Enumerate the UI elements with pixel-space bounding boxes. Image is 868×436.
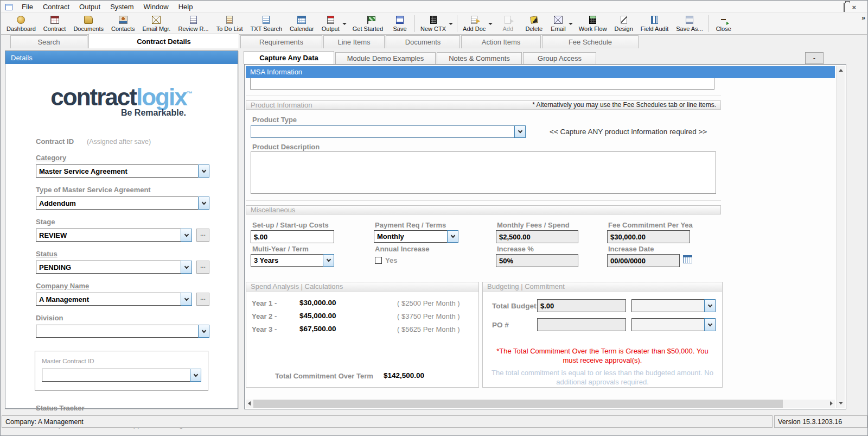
date-picker-calendar-icon[interactable]: [683, 255, 692, 263]
scroll-right-icon[interactable]: [830, 401, 833, 406]
spend-analysis-header: Spend Analysis | Calculations: [246, 282, 478, 292]
dashboard-icon: [17, 16, 25, 24]
monthly-fees-input[interactable]: $2,500.00: [496, 230, 578, 243]
horizontal-scrollbar[interactable]: [246, 400, 835, 408]
delete-eraser-icon: [530, 16, 538, 24]
tab-group-access[interactable]: Group Access: [523, 52, 596, 64]
dropdown-button[interactable]: [447, 230, 458, 243]
dropdown-button[interactable]: [198, 197, 209, 210]
dropdown-arrow-icon[interactable]: [342, 23, 347, 25]
menu-output[interactable]: Output: [74, 2, 105, 12]
menu-window[interactable]: Window: [138, 2, 173, 12]
section-divider: [246, 200, 721, 201]
scrollbar-thumb[interactable]: [253, 400, 783, 408]
documents-icon: [84, 16, 93, 24]
menu-contract[interactable]: Contract: [38, 2, 74, 12]
tab-contract-details[interactable]: Contract Details: [88, 34, 239, 48]
msa-information-header[interactable]: MSA Information: [246, 66, 835, 78]
division-select[interactable]: [36, 325, 209, 338]
toolbar-save-as-button[interactable]: Save As...: [672, 14, 707, 34]
tab-notes-comments[interactable]: Notes & Comments: [437, 52, 522, 64]
dropdown-button[interactable]: [181, 229, 192, 242]
tab-module-demo-examples[interactable]: Module Demo Examples: [335, 52, 436, 64]
budget-period-select[interactable]: [631, 299, 716, 312]
tab-search[interactable]: Search: [10, 35, 87, 48]
stage-select[interactable]: REVIEW: [36, 229, 192, 242]
multi-year-term-select[interactable]: 3 Years: [251, 254, 334, 267]
tab-requirements[interactable]: Requirements: [240, 35, 322, 48]
toolbar-design-button[interactable]: Design: [611, 14, 637, 34]
toolbar-contacts-button[interactable]: Contacts: [107, 14, 138, 34]
dropdown-button[interactable]: [198, 325, 209, 338]
toolbar-field-audit-button[interactable]: Field Audit: [637, 14, 672, 34]
chevron-down-icon: [201, 328, 206, 332]
master-contract-id-select[interactable]: [42, 369, 201, 382]
menu-file[interactable]: File: [17, 2, 38, 12]
vertical-scrollbar[interactable]: [836, 66, 845, 408]
dropdown-button[interactable]: [190, 369, 201, 382]
toolbar-close-button[interactable]: Close: [711, 14, 737, 34]
dropdown-arrow-icon[interactable]: [449, 23, 453, 25]
tab-fee-schedule[interactable]: Fee Schedule: [542, 35, 639, 48]
dropdown-button[interactable]: [704, 318, 716, 331]
toolbar-output-button[interactable]: Output: [318, 14, 349, 34]
msa-type-select[interactable]: Addendum: [36, 197, 209, 210]
category-select[interactable]: Master Service Agreement: [36, 165, 209, 178]
tab-action-items[interactable]: Action Items: [461, 35, 541, 48]
toolbar-new-ctx-button[interactable]: New CTX: [417, 14, 455, 34]
toolbar-email-button[interactable]: Email: [547, 14, 575, 34]
menu-system[interactable]: System: [105, 2, 138, 12]
status-ellipsis-button[interactable]: ...: [196, 261, 209, 274]
scroll-up-icon[interactable]: [839, 69, 843, 72]
monthly-fees-label: Monthly Fees / Spend: [497, 221, 570, 229]
toolbar-delete-button[interactable]: Delete: [521, 14, 547, 34]
po-related-select[interactable]: [631, 318, 716, 331]
scroll-down-icon[interactable]: [839, 402, 843, 405]
product-type-select[interactable]: [251, 125, 526, 138]
toolbar-add-doc-button[interactable]: Add Doc: [459, 14, 495, 34]
toolbar-calendar-button[interactable]: Calendar: [286, 14, 318, 34]
menu-help[interactable]: Help: [174, 2, 198, 12]
dropdown-button[interactable]: [181, 261, 192, 274]
total-budget-input[interactable]: $.00: [537, 299, 626, 312]
toolbar-review-button[interactable]: Review R...: [174, 14, 212, 34]
collapse-panel-button[interactable]: -: [805, 52, 824, 64]
fee-commitment-input[interactable]: $30,000.00: [607, 230, 690, 243]
toolbar-email-mgr-button[interactable]: Email Mgr.: [138, 14, 174, 34]
dropdown-button[interactable]: [514, 125, 526, 138]
msa-partial-input[interactable]: [250, 78, 714, 90]
toolbar-txt-search-button[interactable]: TXT Search: [247, 14, 286, 34]
toolbar-contract-button[interactable]: Contract: [40, 14, 70, 34]
annual-increase-checkbox[interactable]: [375, 257, 382, 264]
tab-line-items[interactable]: Line Items: [323, 35, 385, 48]
toolbar-work-flow-button[interactable]: Work Flow: [575, 14, 611, 34]
toolbar-save-button[interactable]: Save: [387, 14, 413, 34]
setup-costs-input[interactable]: $.00: [251, 230, 334, 243]
increase-percent-input[interactable]: 50%: [496, 254, 578, 267]
product-description-textarea[interactable]: [251, 151, 716, 194]
tab-documents[interactable]: Documents: [386, 35, 460, 48]
increase-date-input[interactable]: 00/00/0000: [607, 254, 680, 267]
company-ellipsis-button[interactable]: ...: [196, 293, 209, 306]
scroll-left-icon[interactable]: [248, 401, 251, 406]
po-number-input[interactable]: [537, 318, 626, 331]
close-window-button[interactable]: ×: [852, 4, 856, 11]
toolbar-documents-button[interactable]: Documents: [69, 14, 107, 34]
stage-ellipsis-button[interactable]: ...: [196, 229, 209, 242]
dropdown-arrow-icon[interactable]: [488, 23, 493, 25]
status-select[interactable]: PENDING: [36, 261, 192, 274]
logo-text-logix: logix: [136, 84, 187, 110]
restore-button[interactable]: [844, 3, 845, 11]
toolbar-get-started-button[interactable]: Get Started: [349, 14, 387, 34]
dropdown-button[interactable]: [704, 299, 716, 312]
toolbar-todo-list-button[interactable]: To Do List: [213, 14, 247, 34]
dropdown-button[interactable]: [198, 165, 209, 178]
dropdown-button[interactable]: [323, 254, 334, 267]
dropdown-button[interactable]: [181, 293, 192, 306]
toolbar-overflow-icon[interactable]: »: [861, 14, 865, 22]
dropdown-arrow-icon[interactable]: [569, 23, 573, 25]
tab-capture-any-data[interactable]: Capture Any Data: [244, 51, 334, 64]
toolbar-dashboard-button[interactable]: Dashboard: [3, 14, 40, 34]
payment-terms-select[interactable]: Monthly: [374, 230, 458, 243]
company-name-select[interactable]: A Management: [36, 293, 192, 306]
